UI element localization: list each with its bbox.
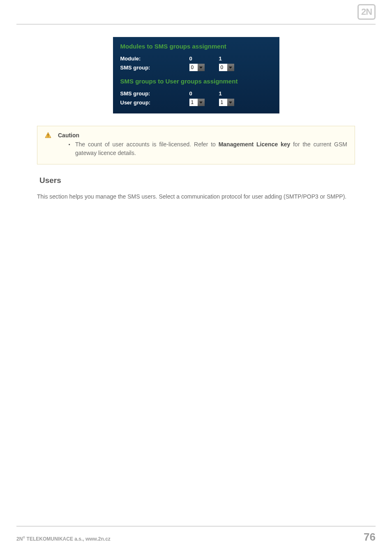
caution-item: The count of user accounts is file-licen…: [69, 140, 347, 157]
brand-logo: 2N: [357, 4, 376, 20]
module-label: Module:: [120, 56, 189, 62]
panel-heading-modules: Modules to SMS groups assignment: [120, 43, 272, 50]
user-group-select-0-value: 1: [189, 99, 198, 106]
sms-group-header-row: SMS group: 0 1: [120, 89, 272, 98]
sms-group-select-1[interactable]: 0: [219, 64, 234, 71]
panel-heading-users: SMS groups to User groups assignment: [120, 78, 272, 85]
chevron-down-icon: [198, 64, 205, 71]
section-title-users: Users: [39, 176, 355, 185]
caution-header: Caution: [45, 132, 347, 139]
svg-rect-6: [48, 136, 48, 137]
page-number: 76: [364, 531, 376, 543]
svg-marker-3: [229, 102, 232, 104]
caution-box: Caution The count of user accounts is fi…: [37, 126, 355, 164]
sms-group-select-0-value: 0: [189, 64, 198, 71]
caution-text-pre: The count of user accounts is file-licen…: [75, 141, 219, 148]
sms-group-row: SMS group: 0 0: [120, 63, 272, 72]
footer-left: 2N® TELEKOMUNIKACE a.s., www.2n.cz: [16, 536, 111, 542]
svg-rect-5: [48, 134, 48, 136]
footer-company: TELEKOMUNIKACE a.s., www.2n.cz: [25, 536, 111, 542]
user-group-row: User group: 1 1: [120, 98, 272, 107]
user-group-select-1-value: 1: [219, 99, 227, 106]
sms-group-select-1-value: 0: [219, 64, 227, 71]
sms-group-col-0: 0: [189, 90, 219, 97]
config-panel-wrap: Modules to SMS groups assignment Module:…: [37, 37, 355, 113]
svg-marker-0: [199, 67, 203, 69]
sms-group-select-0[interactable]: 0: [189, 64, 205, 71]
footer-brand: 2N: [16, 536, 23, 542]
user-group-select-0[interactable]: 1: [189, 99, 205, 106]
svg-marker-2: [199, 102, 203, 104]
section-body: This section helps you manage the SMS us…: [37, 192, 355, 201]
caution-text-bold: Management Licence key: [219, 141, 291, 148]
chevron-down-icon: [227, 64, 234, 71]
module-header-row: Module: 0 1: [120, 54, 272, 63]
sms-group-label-2: SMS group:: [120, 90, 189, 97]
warning-icon: [45, 132, 51, 139]
module-col-0: 0: [189, 56, 219, 62]
user-group-label: User group:: [120, 99, 189, 106]
brand-logo-text: 2N: [361, 7, 372, 17]
sms-group-col-1: 1: [219, 90, 249, 97]
svg-marker-1: [229, 67, 232, 69]
chevron-down-icon: [198, 99, 205, 106]
caution-body: The count of user accounts is file-licen…: [45, 140, 347, 157]
user-group-select-1[interactable]: 1: [219, 99, 234, 106]
page-footer: 2N® TELEKOMUNIKACE a.s., www.2n.cz 76: [16, 526, 376, 543]
caution-title: Caution: [58, 132, 79, 139]
sms-group-label: SMS group:: [120, 65, 189, 71]
config-panel: Modules to SMS groups assignment Module:…: [113, 37, 279, 113]
chevron-down-icon: [227, 99, 234, 106]
page-header: 2N: [16, 0, 376, 25]
page-content: Modules to SMS groups assignment Module:…: [0, 25, 392, 201]
module-col-1: 1: [219, 56, 249, 62]
